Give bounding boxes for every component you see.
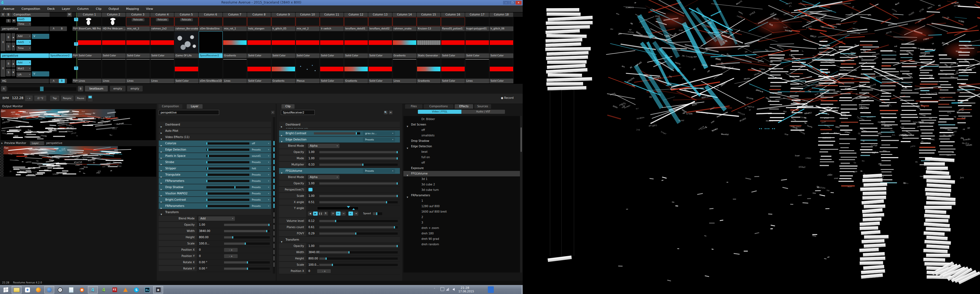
effect-mix-slider[interactable] [206, 142, 249, 145]
clip-name[interactable]: Game Of Life [175, 53, 199, 58]
column-header-10[interactable]: Column 10 [296, 13, 319, 17]
layer-panel-scrollbar[interactable] [273, 117, 275, 273]
clip-thumb[interactable] [320, 17, 344, 26]
layer-preset-dropdown-icon[interactable]: ▾ [271, 111, 274, 114]
clip-name[interactable]: Lines [150, 79, 174, 83]
param-value[interactable]: 0 [199, 247, 200, 253]
clip-name[interactable]: Solid Color [490, 79, 514, 83]
effect-mix-slider[interactable] [314, 132, 360, 135]
param-slider[interactable] [319, 232, 398, 235]
layer1-t-toggle[interactable]: T [74, 67, 78, 70]
slider-handle[interactable] [207, 149, 208, 151]
slider-handle[interactable] [348, 251, 350, 253]
clip-name[interactable]: Solid Color [150, 53, 174, 58]
tree-preset[interactable]: 1600 auf 800 breit [403, 209, 520, 215]
slider-handle[interactable] [234, 186, 235, 188]
clip-thumb[interactable] [465, 17, 489, 26]
layer-effect-row[interactable]: ▶Colorizeoff▾ [159, 140, 271, 146]
column-header-3[interactable]: Column 3 [126, 13, 150, 17]
layer1-anim-dropdown[interactable]: LIA▾ [16, 72, 31, 77]
slider-handle[interactable] [326, 257, 327, 260]
clip-name[interactable]: sOm-SineWave1D [199, 79, 223, 83]
param-value[interactable]: 1.00 [309, 149, 314, 155]
keepass-icon[interactable]: ∩ [55, 286, 65, 294]
slider-handle[interactable] [386, 201, 387, 203]
layer2-x-button[interactable]: X [0, 33, 5, 51]
tray-clock[interactable]: 21:28 [461, 286, 469, 290]
param-slider[interactable] [224, 243, 270, 245]
clip-name[interactable]: Solid Color [175, 79, 199, 83]
clip-name[interactable]: SpoutReceiver2 [199, 53, 223, 58]
clip-name[interactable]: Solid Color [247, 79, 271, 83]
menu-deck[interactable]: Deck [48, 7, 55, 11]
clip-thumb[interactable] [175, 31, 199, 53]
dropbox-icon[interactable]: ❖ [22, 286, 32, 294]
param-value[interactable]: 800.00 [309, 256, 318, 262]
slider-handle[interactable] [206, 161, 207, 163]
slider-handle[interactable] [335, 220, 336, 222]
effect-mix-slider[interactable] [206, 174, 249, 176]
transport-bounce-button[interactable]: ↔ [336, 211, 340, 216]
slider-handle[interactable] [206, 142, 207, 145]
effect-mix-slider[interactable] [206, 199, 249, 201]
clip-name[interactable]: Solid Color [368, 53, 392, 58]
clip-name[interactable]: holz_stangen [247, 26, 271, 31]
start-icon[interactable] [1, 286, 11, 294]
clip-name[interactable]: Solid Color [368, 79, 392, 83]
layer-effect-row[interactable]: ▶StrobePresets▾ [159, 159, 271, 165]
param-slider[interactable] [319, 226, 398, 229]
layer-effect-row[interactable]: ▶Edge DetectionPresets▾ [159, 147, 271, 153]
blend-mode-dropdown[interactable]: Add [199, 216, 235, 221]
slider-handle[interactable] [397, 157, 398, 159]
menu-composition[interactable]: Composition [22, 7, 40, 11]
clip-thumb[interactable] [296, 58, 320, 78]
slider-handle[interactable] [397, 245, 398, 247]
clip-name[interactable]: Solid Color [344, 53, 368, 58]
clip-thumb[interactable] [296, 31, 320, 53]
clip-thumb[interactable] [102, 17, 126, 26]
column-header-13[interactable]: Column 13 [368, 13, 392, 17]
clip-thumb[interactable] [320, 58, 344, 78]
param-value[interactable]: 0.51 [309, 199, 314, 205]
layer1-alpha-button[interactable]: Alph [72, 79, 78, 83]
clip-name[interactable]: Solid Color [247, 53, 271, 58]
transport-resync-button[interactable]: R [323, 211, 328, 216]
layer2-bypass-button[interactable]: B [6, 33, 11, 41]
clip-name[interactable]: Solid Color [296, 53, 320, 58]
layer2-blend1-dropdown[interactable]: Add▾ [16, 34, 31, 39]
slider-handle[interactable] [206, 205, 207, 207]
param-value[interactable]: 0.00 ° [199, 266, 207, 272]
effect-mix-slider[interactable] [206, 180, 249, 182]
clip-name[interactable]: flares05_polizei1 [441, 26, 465, 31]
param-slider[interactable] [224, 236, 270, 238]
skype-icon[interactable]: S [132, 286, 141, 294]
clip-effect-row[interactable]: ▼FFGLVolumePresets▾ [279, 168, 400, 174]
clip-name[interactable]: sOm-StroboSine [199, 26, 223, 31]
clip-thumb[interactable] [465, 31, 489, 53]
clip-effect-row[interactable]: ▶Bright.Contrastgrau zu...▾ [279, 130, 400, 137]
tray-volume-icon[interactable] [452, 288, 455, 291]
param-slider[interactable] [319, 245, 398, 247]
param-slider[interactable] [319, 257, 398, 260]
clip-thumb[interactable] [102, 58, 126, 78]
slider-handle[interactable] [394, 226, 395, 229]
tree-preset[interactable]: 2 [403, 215, 520, 220]
tree-preset[interactable]: dreh 180 [403, 231, 520, 236]
tree-group[interactable]: ▼Edge Detection [403, 144, 520, 149]
bpm-value[interactable]: 122.28 [12, 96, 24, 100]
resolume-4-icon[interactable]: 4 [88, 286, 98, 294]
param-slider[interactable] [319, 183, 398, 184]
tree-preset[interactable]: smalldots [403, 133, 520, 138]
tray-chevron-icon[interactable]: ˄ [434, 288, 435, 291]
clip-name[interactable]: rahmen_8er-snake [175, 26, 199, 31]
param-slider[interactable] [224, 224, 270, 226]
layer1-solo-button[interactable]: S [6, 68, 11, 76]
clip-name[interactable]: Solid Color [102, 53, 126, 58]
column-header-15[interactable]: Column 15 [417, 13, 441, 17]
browser-scrollbar-thumb[interactable] [520, 127, 522, 152]
relocate-button[interactable]: Relocate [180, 18, 193, 21]
clip-thumb[interactable] [199, 31, 223, 53]
column-header-11[interactable]: Column 11 [320, 13, 344, 17]
param-slider[interactable] [224, 268, 270, 270]
effect-mix-slider[interactable] [206, 167, 249, 170]
